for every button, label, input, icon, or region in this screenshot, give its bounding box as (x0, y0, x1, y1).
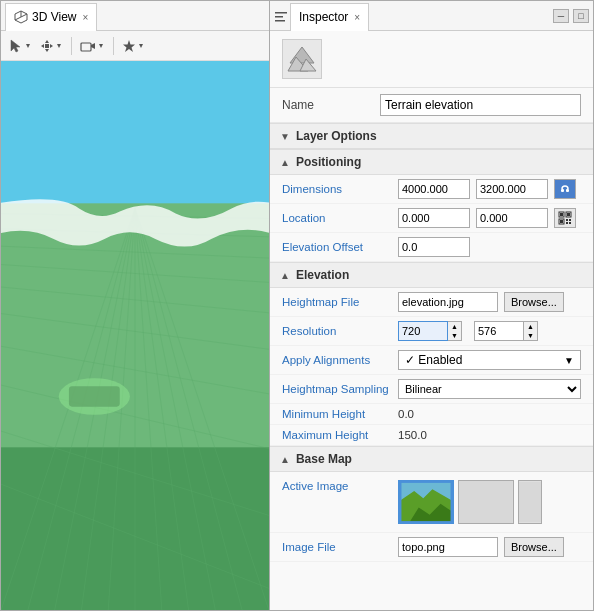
base-map-title: Base Map (296, 452, 352, 466)
heightmap-browse-btn[interactable]: Browse... (504, 292, 564, 312)
svg-rect-63 (459, 481, 512, 523)
cube-icon (14, 10, 28, 24)
tab-bar-3d: 3D View × (1, 1, 269, 31)
inspector-tab-icon (274, 10, 288, 24)
toolbar-sep1 (71, 37, 72, 55)
active-image-label: Active Image (282, 480, 392, 492)
image-file-input[interactable] (398, 537, 498, 557)
maximize-btn[interactable]: □ (573, 9, 589, 23)
cursor-icon (9, 39, 23, 53)
tab-inspector[interactable]: Inspector × (290, 3, 369, 31)
svg-marker-13 (123, 40, 135, 52)
res-x-input[interactable] (398, 321, 448, 341)
star-icon (122, 39, 136, 53)
move-icon (40, 39, 54, 53)
qr-icon (558, 211, 572, 225)
panel-inspector: Inspector × ─ □ Name ▼ Layer (270, 0, 594, 611)
dimensions-row: Dimensions (270, 175, 593, 204)
camera-btn[interactable] (78, 38, 107, 54)
svg-line-1 (15, 17, 21, 20)
dim-y-input[interactable] (476, 179, 548, 199)
window-controls: ─ □ (553, 9, 589, 23)
move-tool-btn[interactable] (38, 37, 65, 55)
thumb-inactive[interactable] (458, 480, 514, 524)
heightmap-sampling-label: Heightmap Sampling (282, 383, 392, 395)
inspector-tab-close[interactable]: × (354, 12, 360, 23)
toolbar-sep2 (113, 37, 114, 55)
layer-options-title: Layer Options (296, 129, 377, 143)
svg-rect-41 (275, 12, 287, 14)
apply-alignments-control[interactable]: ✓ Enabled ▼ (398, 350, 581, 370)
apply-alignments-label: Apply Alignments (282, 354, 392, 366)
svg-rect-48 (566, 189, 569, 192)
heightmap-file-row: Heightmap File Browse... (270, 288, 593, 317)
image-file-browse-btn[interactable]: Browse... (504, 537, 564, 557)
thumb-extra-img (519, 481, 541, 523)
dim-x-input[interactable] (398, 179, 470, 199)
svg-marker-8 (50, 44, 53, 48)
icon-area (270, 31, 593, 88)
positioning-arrow: ▲ (280, 157, 290, 168)
res-y-input[interactable] (474, 321, 524, 341)
svg-rect-10 (81, 43, 91, 51)
elevation-offset-label: Elevation Offset (282, 241, 392, 253)
svg-marker-3 (26, 44, 30, 48)
section-positioning[interactable]: ▲ Positioning (270, 149, 593, 175)
svg-rect-55 (566, 219, 568, 221)
location-row: Location (270, 204, 593, 233)
link-dimensions-btn[interactable] (554, 179, 576, 199)
section-elevation[interactable]: ▲ Elevation (270, 262, 593, 288)
svg-marker-7 (41, 44, 44, 48)
svg-rect-50 (560, 213, 563, 216)
loc-y-input[interactable] (476, 208, 548, 228)
min-height-label: Minimum Height (282, 408, 392, 420)
inspector-tab-label: Inspector (299, 10, 348, 24)
star-btn[interactable] (120, 37, 147, 55)
name-input[interactable] (380, 94, 581, 116)
dropdown4-arrow-icon (137, 42, 145, 50)
resolution-label: Resolution (282, 325, 392, 337)
cursor-tool-btn[interactable] (7, 37, 34, 55)
heightmap-file-input[interactable] (398, 292, 498, 312)
heightmap-sampling-select[interactable]: Bilinear (398, 379, 581, 399)
svg-marker-5 (45, 40, 49, 43)
section-base-map[interactable]: ▲ Base Map (270, 446, 593, 472)
base-map-arrow: ▲ (280, 454, 290, 465)
tab-3d-view[interactable]: 3D View × (5, 3, 97, 31)
res-x-spinner: ▲ ▼ (398, 321, 462, 341)
heightmap-file-label: Heightmap File (282, 296, 392, 308)
elevation-offset-input[interactable] (398, 237, 470, 257)
resolution-row: Resolution ▲ ▼ ▲ ▼ (270, 317, 593, 346)
inspector-content[interactable]: Name ▼ Layer Options ▲ Positioning Dimen… (270, 31, 593, 610)
res-x-down[interactable]: ▼ (448, 331, 461, 340)
thumb-active[interactable] (398, 480, 454, 524)
res-y-down[interactable]: ▼ (524, 331, 537, 340)
terrain-thumbnail (282, 39, 322, 79)
tab-3d-close[interactable]: × (82, 12, 88, 23)
svg-rect-54 (560, 220, 563, 223)
qr-location-btn[interactable] (554, 208, 576, 228)
terrain-view (1, 61, 269, 610)
loc-x-input[interactable] (398, 208, 470, 228)
thumb-extra[interactable] (518, 480, 542, 524)
svg-marker-9 (57, 44, 61, 48)
svg-rect-4 (45, 44, 49, 48)
res-x-up[interactable]: ▲ (448, 322, 461, 331)
res-x-arrows: ▲ ▼ (448, 321, 462, 341)
section-layer-options[interactable]: ▼ Layer Options (270, 123, 593, 149)
svg-marker-14 (139, 44, 143, 48)
image-file-row: Image File Browse... (270, 533, 593, 562)
apply-alignments-row: Apply Alignments ✓ Enabled ▼ (270, 346, 593, 375)
panel-3d-view: 3D View × (0, 0, 270, 611)
res-y-up[interactable]: ▲ (524, 322, 537, 331)
minimize-btn[interactable]: ─ (553, 9, 569, 23)
dropdown-arrow-icon (24, 42, 32, 50)
res-y-arrows: ▲ ▼ (524, 321, 538, 341)
positioning-title: Positioning (296, 155, 361, 169)
svg-marker-2 (11, 40, 20, 52)
name-row: Name (270, 88, 593, 123)
thumb-active-img (400, 482, 452, 522)
inspector-tab-bar: Inspector × ─ □ (270, 1, 593, 31)
viewport-3d[interactable] (1, 61, 269, 610)
dropdown3-arrow-icon (97, 42, 105, 50)
